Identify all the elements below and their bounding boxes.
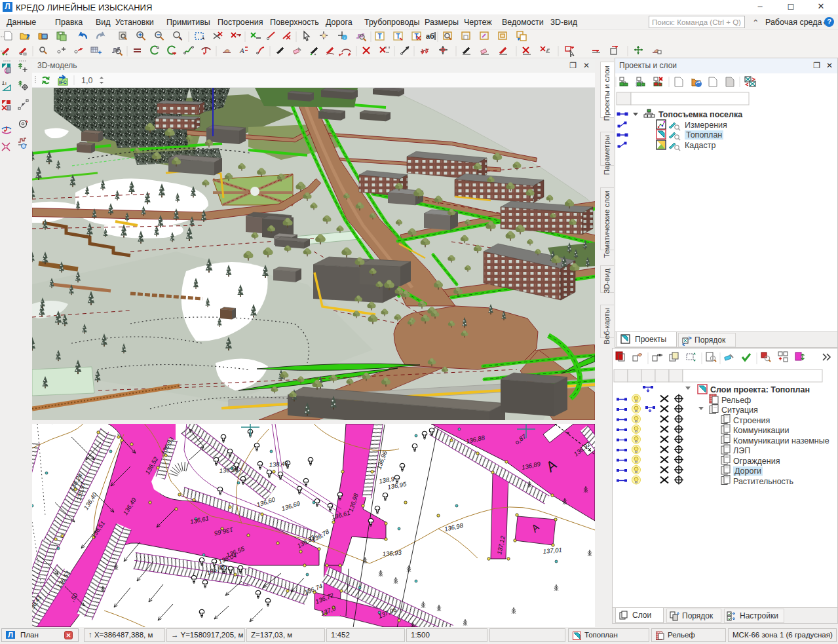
- svg-text:A: A: [239, 47, 244, 54]
- svg-text:i: i: [5, 81, 7, 86]
- svg-text:i: i: [344, 35, 345, 41]
- svg-text:аб: аб: [426, 32, 434, 40]
- svg-text:T: T: [377, 33, 381, 40]
- svg-text:1,0: 1,0: [81, 76, 92, 85]
- svg-text:IFC: IFC: [59, 79, 67, 85]
- svg-text:T: T: [396, 33, 400, 40]
